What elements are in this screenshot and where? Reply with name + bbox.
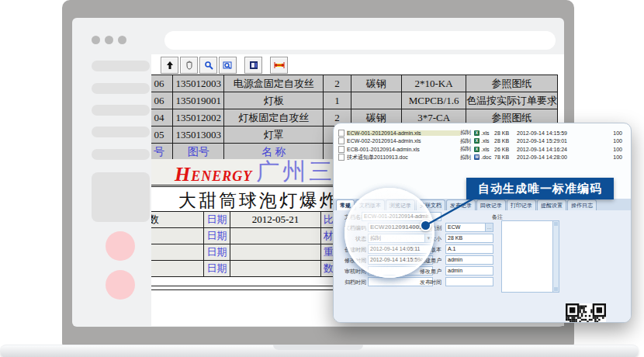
document-file-list: ECW-001-20120914-admin.xls 拟制 X .xls 28 … bbox=[334, 129, 631, 161]
file-name: 技术通知单20110913.doc bbox=[347, 154, 460, 161]
file-time: 2012-09-14 14:16:24 bbox=[517, 147, 582, 152]
file-icon bbox=[338, 146, 345, 153]
date-label: 日期 bbox=[204, 212, 230, 228]
review-label: 审核时间 bbox=[335, 268, 366, 276]
date-label: 日期 bbox=[204, 244, 230, 261]
tab-remind-config[interactable]: 提醒设置 bbox=[537, 199, 566, 210]
zoom-dynamic-icon[interactable] bbox=[219, 57, 237, 74]
bom-row: 06 135012003 电源盒固定自攻丝 2 碳钢 2*10-KA 参照图纸 bbox=[151, 75, 558, 92]
file-time: 2012-09-14 14:28:00 bbox=[517, 154, 582, 160]
file-ext: .xls bbox=[481, 130, 494, 136]
bom-header-no: 号 bbox=[151, 144, 173, 161]
date-left-cell bbox=[151, 228, 204, 244]
file-ext: .doc bbox=[481, 154, 494, 160]
bom-cell-no: 05 bbox=[151, 127, 173, 144]
file-score: 100 bbox=[605, 130, 622, 136]
bom-cell-name: 灯板固定自攻丝 bbox=[224, 109, 324, 127]
browse-button[interactable]: … bbox=[485, 224, 493, 231]
bom-row: 06 135019001 灯板 1 MCPCB/1.6 色温按实际订单要求 bbox=[151, 92, 558, 109]
date-row: 日期 数 bbox=[151, 261, 348, 277]
date-row: 数 日期 2012-05-21 比 bbox=[151, 212, 348, 228]
window-control-dot[interactable] bbox=[92, 36, 100, 44]
laptop-base-notch bbox=[273, 345, 363, 350]
tab-print-log[interactable]: 打印记录 bbox=[507, 199, 536, 210]
pan-hand-icon[interactable] bbox=[180, 57, 198, 74]
callout-banner: 自动生成唯一标准编码 bbox=[466, 178, 614, 199]
sidebar-block-placeholder bbox=[92, 172, 150, 222]
version-field: A.1 bbox=[445, 244, 493, 254]
publish-label: 发布时间 bbox=[410, 279, 441, 286]
magnifier-circle bbox=[345, 188, 435, 278]
file-ext: .xls bbox=[481, 147, 494, 152]
sidebar-avatar-circle bbox=[106, 270, 135, 300]
date-value bbox=[230, 261, 321, 277]
tab-recycle-log[interactable]: 回收记录 bbox=[476, 199, 506, 210]
sidebar-item-placeholder bbox=[92, 105, 150, 116]
excel-file-icon: X bbox=[474, 138, 480, 144]
tab-operation-log[interactable]: 操作日志 bbox=[567, 199, 597, 210]
modify-user-field: admin bbox=[445, 266, 493, 276]
file-size: 78 KB bbox=[494, 154, 517, 160]
cad-toolbar bbox=[161, 57, 288, 74]
file-status: 拟制 bbox=[460, 154, 474, 161]
file-name: ECB-001-20120914-admin.xls bbox=[347, 147, 460, 152]
file-time: 2012-09-14 15:29:01 bbox=[517, 138, 582, 144]
sidebar-item-placeholder bbox=[92, 83, 150, 94]
date-left-cell bbox=[151, 244, 204, 261]
file-size: 28 KB bbox=[494, 130, 517, 136]
date-value: 2012-05-21 bbox=[230, 212, 321, 228]
window-control-dot[interactable] bbox=[105, 36, 113, 44]
date-row: 日期 材 bbox=[151, 228, 348, 244]
zoom-extents-icon[interactable] bbox=[161, 57, 178, 74]
bom-cell-no: 06 bbox=[151, 92, 173, 109]
file-score: 100 bbox=[605, 138, 622, 144]
file-status: 拟制 bbox=[460, 137, 474, 145]
sidebar-item-placeholder bbox=[92, 127, 150, 137]
file-status: 拟制 bbox=[460, 145, 474, 153]
file-row[interactable]: ECW-001-20120914-admin.xls 拟制 X .xls 28 … bbox=[334, 129, 631, 137]
date-left-cell: 数 bbox=[151, 212, 204, 228]
bom-cell-name: 电源盒固定自攻丝 bbox=[224, 75, 324, 92]
bom-cell-spec: MCPCB/1.6 bbox=[402, 92, 466, 109]
word-file-icon: W bbox=[474, 154, 480, 160]
date-row: 日期 重 bbox=[151, 244, 348, 261]
date-label: 日期 bbox=[204, 261, 230, 277]
bom-cell-qty: 2 bbox=[324, 75, 351, 92]
file-score: 100 bbox=[605, 154, 622, 160]
file-score: 100 bbox=[605, 147, 622, 152]
layout-view-icon[interactable] bbox=[244, 57, 262, 74]
qr-code bbox=[566, 303, 606, 323]
toolbar-separator bbox=[264, 57, 268, 73]
file-icon bbox=[338, 130, 345, 137]
file-time: 2012-09-14 14:15:59 bbox=[517, 130, 582, 136]
callout-pointer-dot bbox=[420, 220, 431, 231]
date-label: 日期 bbox=[204, 228, 230, 244]
window-control-dot[interactable] bbox=[118, 36, 126, 44]
zoom-window-icon[interactable] bbox=[199, 57, 217, 74]
date-left-cell bbox=[151, 261, 204, 277]
bom-cell-note: 参照图纸 bbox=[466, 75, 557, 92]
bom-cell-name: 灯罩 bbox=[224, 127, 324, 144]
file-row[interactable]: ECW-002-20120914-admin.xls 拟制 X .xls 28 … bbox=[334, 137, 631, 146]
measure-ruler-icon[interactable] bbox=[270, 57, 288, 74]
date-value bbox=[230, 244, 321, 261]
file-row[interactable]: 技术通知单20110913.doc 拟制 W .doc 78 KB 2012-0… bbox=[334, 154, 631, 162]
file-name: ECW-002-20120914-admin.xls bbox=[347, 138, 460, 144]
create-user-field: admin bbox=[445, 255, 493, 265]
publish-field bbox=[445, 277, 493, 286]
date-table: 数 日期 2012-05-21 比 日期 材 日期 重 bbox=[151, 211, 348, 277]
bom-cell-no: 06 bbox=[151, 75, 173, 92]
bom-cell-code: 135012002 bbox=[173, 109, 224, 127]
toolbar-separator bbox=[238, 57, 243, 73]
bom-cell-qty: 1 bbox=[324, 92, 351, 109]
file-row[interactable]: ECB-001-20120914-admin.xls 拟制 X .xls 26 … bbox=[334, 145, 631, 154]
tab-publish-log[interactable]: 发布记录 bbox=[446, 199, 476, 210]
sidebar-item-placeholder bbox=[92, 61, 150, 71]
file-ext: .xls bbox=[481, 138, 494, 144]
file-size: 26 KB bbox=[494, 147, 517, 152]
excel-file-icon: X bbox=[474, 147, 480, 152]
category-field[interactable]: ECW… bbox=[445, 223, 493, 232]
address-bar[interactable] bbox=[164, 31, 556, 50]
form-row: 归档时间 发布时间 bbox=[334, 277, 631, 286]
bom-cell-no: 04 bbox=[151, 109, 173, 127]
